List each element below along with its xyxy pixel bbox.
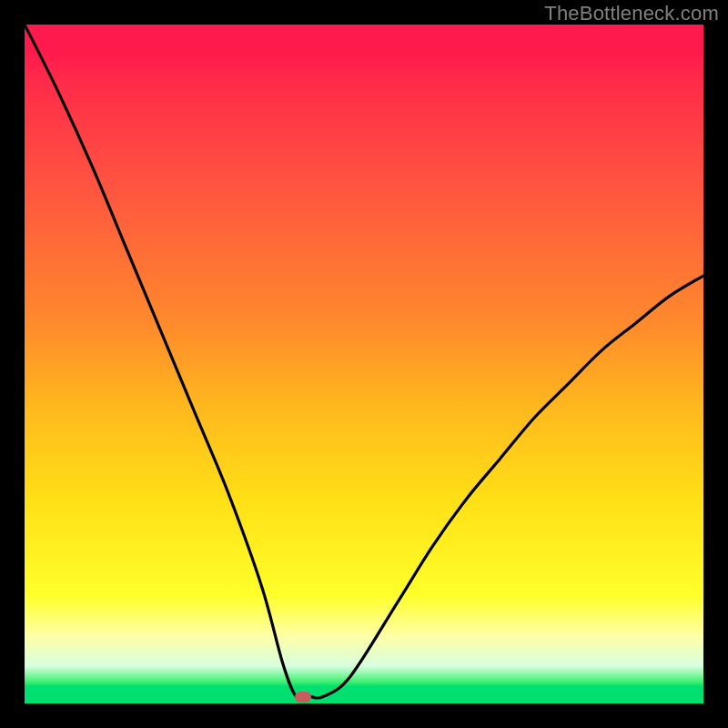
- bottleneck-curve: [25, 25, 703, 699]
- optimal-point-marker: [295, 692, 311, 703]
- chart-frame: TheBottleneck.com: [0, 0, 728, 728]
- watermark-text: TheBottleneck.com: [544, 2, 719, 25]
- plot-area: [25, 25, 703, 703]
- curve-svg: [25, 25, 703, 703]
